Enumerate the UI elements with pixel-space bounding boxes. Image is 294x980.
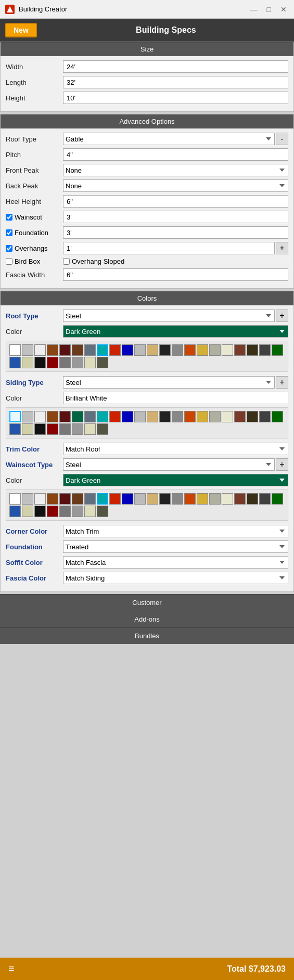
swatch[interactable]	[197, 344, 208, 356]
swatch[interactable]	[234, 411, 246, 422]
addons-section[interactable]: Add-ons	[0, 611, 294, 627]
overhangs-checkbox[interactable]	[6, 245, 12, 252]
swatch[interactable]	[9, 493, 21, 505]
swatch[interactable]	[59, 344, 71, 356]
swatch[interactable]	[272, 493, 283, 505]
roof-color-select[interactable]: Dark Green	[63, 325, 288, 338]
overhangs-input[interactable]	[63, 242, 275, 254]
swatch[interactable]	[34, 493, 46, 505]
height-input[interactable]	[63, 92, 288, 104]
bundles-section[interactable]: Bundles	[0, 627, 294, 644]
swatch[interactable]	[34, 506, 46, 517]
swatch[interactable]	[47, 506, 58, 517]
swatch[interactable]	[22, 506, 33, 517]
swatch[interactable]	[34, 423, 46, 435]
swatch[interactable]	[72, 506, 83, 517]
fascia-width-input[interactable]	[63, 268, 288, 281]
roof-type-minus[interactable]: -	[276, 133, 288, 145]
swatch[interactable]	[147, 411, 158, 422]
swatch[interactable]	[259, 411, 271, 422]
swatch[interactable]	[172, 411, 183, 422]
swatch[interactable]	[59, 357, 71, 368]
swatch[interactable]	[9, 411, 21, 422]
swatch[interactable]	[172, 344, 183, 356]
swatch[interactable]	[84, 493, 96, 505]
swatch[interactable]	[184, 344, 196, 356]
swatch[interactable]	[147, 493, 158, 505]
wainscot-type-plus[interactable]: +	[276, 458, 288, 471]
swatch[interactable]	[122, 411, 133, 422]
swatch[interactable]	[84, 357, 96, 368]
colors-siding-plus[interactable]: +	[276, 376, 288, 389]
menu-icon[interactable]: ≡	[8, 963, 15, 975]
roof-type-select[interactable]: Gable	[63, 133, 275, 145]
trim-color-select[interactable]: Match Roof	[63, 443, 288, 455]
swatch[interactable]	[59, 423, 71, 435]
swatch[interactable]	[72, 357, 83, 368]
new-button[interactable]: New	[5, 23, 37, 37]
swatch[interactable]	[97, 411, 108, 422]
swatch[interactable]	[9, 344, 21, 356]
swatch[interactable]	[222, 493, 233, 505]
swatch[interactable]	[84, 411, 96, 422]
front-peak-select[interactable]: None	[63, 164, 288, 176]
swatch[interactable]	[22, 344, 33, 356]
swatch[interactable]	[272, 411, 283, 422]
foundation-color-select[interactable]: Treated	[63, 540, 288, 553]
swatch[interactable]	[272, 344, 283, 356]
wainscot-type-select[interactable]: Steel	[63, 458, 275, 471]
swatch[interactable]	[122, 493, 133, 505]
pitch-input[interactable]	[63, 148, 288, 161]
swatch[interactable]	[72, 344, 83, 356]
swatch[interactable]	[247, 493, 258, 505]
swatch[interactable]	[97, 344, 108, 356]
swatch[interactable]	[59, 506, 71, 517]
swatch[interactable]	[109, 411, 121, 422]
swatch[interactable]	[109, 493, 121, 505]
wainscot-checkbox[interactable]	[6, 214, 12, 221]
customer-section[interactable]: Customer	[0, 594, 294, 611]
swatch[interactable]	[22, 423, 33, 435]
foundation-checkbox[interactable]	[6, 229, 12, 236]
swatch[interactable]	[134, 344, 146, 356]
swatch[interactable]	[197, 493, 208, 505]
swatch[interactable]	[222, 344, 233, 356]
swatch[interactable]	[34, 357, 46, 368]
swatch[interactable]	[147, 344, 158, 356]
colors-roof-type-select[interactable]: Steel	[63, 310, 275, 322]
swatch[interactable]	[9, 357, 21, 368]
heel-height-input[interactable]	[63, 195, 288, 208]
maximize-button[interactable]: □	[265, 5, 273, 14]
swatch[interactable]	[72, 411, 83, 422]
corner-color-select[interactable]: Match Trim	[63, 525, 288, 537]
soffit-color-select[interactable]: Match Fascia	[63, 556, 288, 569]
swatch[interactable]	[97, 506, 108, 517]
swatch[interactable]	[59, 411, 71, 422]
swatch[interactable]	[197, 411, 208, 422]
swatch[interactable]	[159, 493, 171, 505]
swatch[interactable]	[134, 411, 146, 422]
swatch[interactable]	[259, 493, 271, 505]
swatch[interactable]	[47, 344, 58, 356]
swatch[interactable]	[159, 344, 171, 356]
swatch[interactable]	[72, 493, 83, 505]
swatch[interactable]	[84, 506, 96, 517]
swatch[interactable]	[209, 493, 221, 505]
swatch[interactable]	[47, 411, 58, 422]
swatch[interactable]	[59, 493, 71, 505]
swatch[interactable]	[247, 344, 258, 356]
swatch[interactable]	[159, 411, 171, 422]
swatch[interactable]	[84, 423, 96, 435]
wainscot-input[interactable]	[63, 211, 288, 223]
swatch[interactable]	[84, 344, 96, 356]
siding-color-select[interactable]: Brilliant White	[63, 392, 288, 404]
swatch[interactable]	[22, 493, 33, 505]
swatch[interactable]	[97, 423, 108, 435]
swatch[interactable]	[172, 493, 183, 505]
swatch[interactable]	[122, 344, 133, 356]
swatch[interactable]	[184, 493, 196, 505]
close-button[interactable]: ✕	[278, 5, 289, 14]
length-input[interactable]	[63, 76, 288, 88]
swatch[interactable]	[97, 357, 108, 368]
minimize-button[interactable]: —	[248, 5, 260, 14]
